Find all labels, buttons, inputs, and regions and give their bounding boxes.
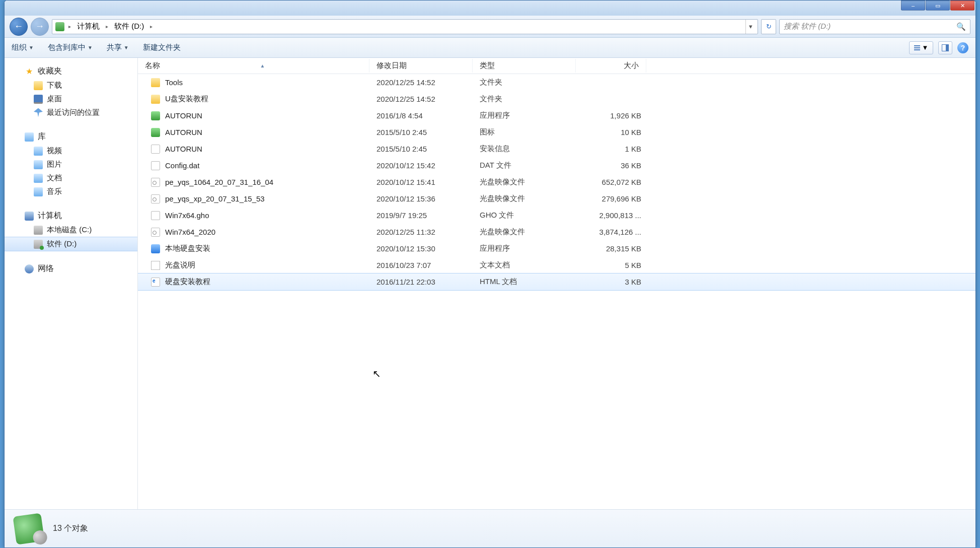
- file-name: AUTORUN: [165, 111, 202, 120]
- folder-icon: [151, 95, 160, 104]
- sidebar-item-pictures[interactable]: 图片: [5, 158, 137, 171]
- sidebar-item-downloads[interactable]: 下载: [5, 79, 137, 92]
- organize-menu[interactable]: 组织▼: [12, 43, 34, 52]
- file-size: 5 KB: [583, 261, 653, 269]
- table-row[interactable]: Config.dat2020/10/12 15:42DAT 文件36 KB: [138, 157, 975, 174]
- preview-pane-button[interactable]: [938, 41, 952, 54]
- file-size: 652,072 KB: [583, 178, 653, 186]
- drive-icon: [34, 226, 43, 235]
- file-name: 光盘说明: [165, 260, 195, 270]
- sidebar-item-desktop[interactable]: 桌面: [5, 92, 137, 106]
- desktop-icon: [34, 95, 43, 104]
- back-button[interactable]: ←: [10, 18, 28, 36]
- app-icon: [151, 111, 160, 120]
- file-name: Tools: [165, 78, 183, 87]
- document-icon: [34, 174, 43, 183]
- file-size: 279,696 KB: [583, 194, 653, 203]
- sort-ascending-icon: ▲: [260, 63, 265, 68]
- table-row[interactable]: AUTORUN2016/1/8 4:54应用程序1,926 KB: [138, 107, 975, 124]
- table-row[interactable]: 光盘说明2016/10/23 7:07文本文档5 KB: [138, 257, 975, 273]
- file-size: 1,926 KB: [583, 111, 653, 120]
- table-row[interactable]: Tools2020/12/25 14:52文件夹: [138, 74, 975, 91]
- chevron-right-icon[interactable]: ▸: [66, 24, 73, 29]
- new-folder-button[interactable]: 新建文件夹: [143, 43, 181, 52]
- help-button[interactable]: ?: [957, 42, 968, 53]
- file-type: 文本文档: [480, 260, 583, 270]
- file-type: 应用程序: [480, 111, 583, 120]
- computer-icon: [25, 212, 34, 221]
- file-date: 2020/12/25 11:32: [376, 228, 480, 236]
- table-row[interactable]: Win7x64_20202020/12/25 11:32光盘映像文件3,874,…: [138, 224, 975, 240]
- file-txt-icon: [151, 261, 160, 270]
- sidebar-item-videos[interactable]: 视频: [5, 144, 137, 158]
- table-row[interactable]: 硬盘安装教程2016/11/21 22:03HTML 文档3 KB: [138, 273, 975, 290]
- chevron-right-icon[interactable]: ▸: [104, 24, 110, 29]
- file-date: 2020/10/12 15:42: [376, 161, 480, 170]
- chevron-down-icon: ▼: [124, 45, 129, 50]
- status-text: 13 个对象: [53, 523, 88, 534]
- file-date: 2015/5/10 2:45: [376, 128, 480, 136]
- file-rows: Tools2020/12/25 14:52文件夹U盘安装教程2020/12/25…: [138, 74, 975, 290]
- sidebar-favorites-header[interactable]: ★ 收藏夹: [5, 64, 137, 79]
- preview-pane-icon: [942, 44, 949, 51]
- video-icon: [34, 147, 43, 156]
- folder-icon: [151, 78, 160, 87]
- file-date: 2020/12/25 14:52: [376, 78, 480, 87]
- sidebar-computer-header[interactable]: 计算机: [5, 209, 137, 223]
- download-icon: [34, 81, 43, 90]
- file-type: 文件夹: [480, 78, 583, 87]
- breadcrumb-item-drive[interactable]: 软件 (D:): [111, 21, 147, 32]
- breadcrumb[interactable]: ▸ 计算机 ▸ 软件 (D:) ▸ ▾: [52, 19, 758, 34]
- table-row[interactable]: AUTORUN2015/5/10 2:45图标10 KB: [138, 124, 975, 141]
- file-iso-icon: [151, 194, 160, 203]
- chevron-down-icon: ▼: [922, 44, 929, 51]
- file-date: 2020/10/12 15:41: [376, 178, 480, 186]
- forward-button[interactable]: →: [31, 18, 49, 36]
- sidebar-libraries-header[interactable]: 库: [5, 129, 137, 144]
- file-date: 2016/10/23 7:07: [376, 261, 480, 269]
- file-name: pe_yqs_1064_20_07_31_16_04: [165, 178, 273, 186]
- include-in-library-menu[interactable]: 包含到库中▼: [48, 43, 93, 52]
- sidebar-network-header[interactable]: 网络: [5, 261, 137, 276]
- close-button[interactable]: ✕: [950, 1, 974, 11]
- view-mode-button[interactable]: ▼: [909, 41, 933, 54]
- file-name: pe_yqs_xp_20_07_31_15_53: [165, 194, 265, 203]
- sidebar-item-documents[interactable]: 文档: [5, 171, 137, 185]
- column-header-type[interactable]: 类型: [473, 59, 576, 73]
- column-header-date[interactable]: 修改日期: [369, 59, 473, 73]
- search-input[interactable]: 搜索 软件 (D:) 🔍: [779, 19, 970, 34]
- table-row[interactable]: AUTORUN2015/5/10 2:45安装信息1 KB: [138, 141, 975, 157]
- arrow-right-icon: →: [35, 21, 44, 32]
- titlebar[interactable]: – ▭ ✕: [5, 1, 975, 16]
- drive-icon: [55, 22, 64, 31]
- maximize-button[interactable]: ▭: [926, 1, 950, 11]
- breadcrumb-dropdown[interactable]: ▾: [745, 20, 756, 34]
- file-name: Config.dat: [165, 161, 199, 170]
- table-row[interactable]: pe_yqs_xp_20_07_31_15_532020/10/12 15:36…: [138, 190, 975, 207]
- status-bar: 13 个对象: [5, 509, 975, 547]
- table-row[interactable]: 本地硬盘安装2020/10/12 15:30应用程序28,315 KB: [138, 240, 975, 257]
- file-size: 3 KB: [583, 278, 653, 286]
- table-row[interactable]: U盘安装教程2020/12/25 14:52文件夹: [138, 91, 975, 107]
- recent-icon: [34, 108, 43, 117]
- minimize-button[interactable]: –: [901, 1, 925, 11]
- sidebar-item-drive-c[interactable]: 本地磁盘 (C:): [5, 223, 137, 237]
- sidebar-item-recent[interactable]: 最近访问的位置: [5, 106, 137, 119]
- file-type: 光盘映像文件: [480, 194, 583, 203]
- column-header-size[interactable]: 大小: [576, 59, 646, 73]
- refresh-button[interactable]: ↻: [761, 19, 776, 34]
- column-headers: 名称 ▲ 修改日期 类型 大小: [138, 58, 975, 74]
- sidebar-item-music[interactable]: 音乐: [5, 185, 137, 198]
- chevron-right-icon[interactable]: ▸: [148, 24, 155, 29]
- arrow-left-icon: ←: [14, 21, 23, 32]
- help-icon: ?: [961, 44, 965, 52]
- sidebar-item-drive-d[interactable]: 软件 (D:): [5, 237, 137, 251]
- file-type: 光盘映像文件: [480, 177, 583, 187]
- column-header-name[interactable]: 名称 ▲: [138, 59, 369, 73]
- table-row[interactable]: Win7x64.gho2019/9/7 19:25GHO 文件2,900,813…: [138, 207, 975, 224]
- breadcrumb-item-computer[interactable]: 计算机: [74, 21, 103, 32]
- file-iso-icon: [151, 228, 160, 237]
- table-row[interactable]: pe_yqs_1064_20_07_31_16_042020/10/12 15:…: [138, 174, 975, 190]
- file-type: DAT 文件: [480, 161, 583, 170]
- share-menu[interactable]: 共享▼: [107, 43, 129, 52]
